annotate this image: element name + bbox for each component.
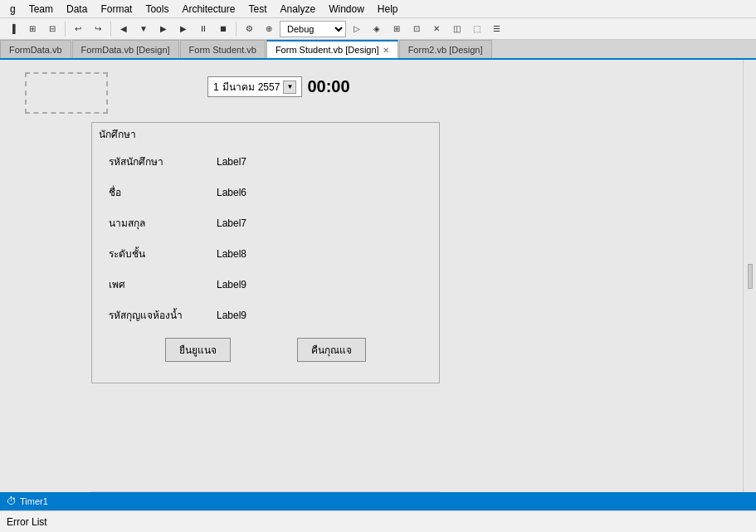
- status-bar: ⏱ Timer1: [0, 492, 756, 510]
- student-form-panel: นักศึกษา รหัสนักศึกษา Label7 ชื่อ Label6…: [91, 122, 440, 383]
- form-row-level: ระดับชั้น Label8: [109, 246, 422, 261]
- value-student-id: Label7: [217, 156, 246, 168]
- right-panel: [743, 60, 756, 492]
- undo-button[interactable]: ↩: [69, 21, 87, 37]
- toolbar-btn-extra1[interactable]: ⚙: [240, 21, 258, 37]
- label-keycode: รหัสกุญแจห้องน้ำ: [109, 307, 217, 323]
- tab-strip: FormData.vb FormData.vb [Design] Form St…: [0, 40, 756, 60]
- toolbar-btn-extra8[interactable]: ◫: [447, 21, 466, 37]
- selection-box: [25, 72, 108, 114]
- menu-item-team[interactable]: Team: [22, 2, 60, 17]
- value-name: Label6: [217, 187, 246, 198]
- menu-item-g[interactable]: g: [3, 2, 22, 17]
- value-keycode: Label9: [217, 310, 246, 321]
- toolbar-btn-2[interactable]: ⊞: [23, 21, 41, 37]
- menu-bar: g Team Data Format Tools Architecture Te…: [0, 0, 756, 18]
- tab-formdata[interactable]: FormData.vb: [0, 40, 71, 58]
- date-day: 1: [213, 81, 219, 93]
- menu-item-help[interactable]: Help: [371, 2, 405, 17]
- value-lastname: Label7: [217, 217, 246, 229]
- toolbar-btn-extra5[interactable]: ⊞: [388, 21, 406, 37]
- label-level: ระดับชั้น: [109, 246, 217, 261]
- form-designer: 1 มีนาคม 2557 ▼ 00:00 นักศึกษา รหัสนักศึ…: [8, 68, 539, 492]
- button-row: ยืนยูแนจ คืนกุณแจ: [109, 338, 422, 370]
- tab-formstudent[interactable]: Form Student.vb: [180, 40, 266, 58]
- value-level: Label8: [217, 248, 246, 260]
- tab-form2-design[interactable]: Form2.vb [Design]: [399, 40, 492, 58]
- toolbar-btn-extra10[interactable]: ☰: [487, 21, 505, 37]
- date-year: 2557: [258, 81, 280, 93]
- confirm-button[interactable]: ยืนยูแนจ: [165, 338, 231, 362]
- menu-item-format[interactable]: Format: [94, 2, 139, 17]
- timer-icon: ⏱: [7, 495, 17, 507]
- tab-close-icon[interactable]: ✕: [383, 46, 389, 55]
- menu-item-window[interactable]: Window: [322, 2, 371, 17]
- toolbar-btn-extra9[interactable]: ⬚: [467, 21, 485, 37]
- toolbar-nav-btn3[interactable]: ▶: [154, 21, 173, 37]
- time-display: 00:00: [307, 77, 349, 96]
- toolbar-btn-extra4[interactable]: ◈: [368, 21, 386, 37]
- debug-select[interactable]: Debug: [280, 21, 346, 37]
- datetime-row: 1 มีนาคม 2557 ▼ 00:00: [207, 76, 350, 97]
- toolbar-stop-btn[interactable]: ⏹: [214, 21, 232, 37]
- panel-inner: รหัสนักศึกษา Label7 ชื่อ Label6 นามสกุล …: [92, 145, 439, 383]
- form-row-keycode: รหัสกุญแจห้องน้ำ Label9: [109, 307, 422, 323]
- date-display: 1 มีนาคม 2557 ▼: [207, 76, 302, 97]
- horizontal-scrollbar[interactable]: [91, 491, 440, 492]
- date-dropdown-button[interactable]: ▼: [283, 81, 296, 94]
- menu-item-tools[interactable]: Tools: [139, 2, 175, 17]
- form-row-student-id: รหัสนักศึกษา Label7: [109, 154, 422, 169]
- toolbar-btn-1[interactable]: ▐: [3, 21, 22, 37]
- label-lastname: นามสกุล: [109, 215, 217, 231]
- form-row-lastname: นามสกุล Label7: [109, 215, 422, 231]
- error-panel: Error List: [0, 510, 756, 532]
- panel-title: นักศึกษา: [92, 123, 439, 145]
- cancel-button[interactable]: คืนกุณแจ: [297, 338, 366, 362]
- timer-label: Timer1: [20, 496, 48, 506]
- toolbar-btn-extra7[interactable]: ✕: [427, 21, 446, 37]
- toolbar-btn-3[interactable]: ⊟: [43, 21, 61, 37]
- menu-item-analyze[interactable]: Analyze: [273, 2, 322, 17]
- form-row-name: ชื่อ Label6: [109, 184, 422, 200]
- menu-item-architecture[interactable]: Architecture: [175, 2, 241, 17]
- form-row-gender: เพศ Label9: [109, 276, 422, 292]
- toolbar-sep-1: [65, 22, 66, 37]
- splitter-handle[interactable]: [748, 264, 753, 289]
- toolbar-btn-extra6[interactable]: ⊡: [407, 21, 426, 37]
- toolbar-btn-extra2[interactable]: ⊕: [260, 21, 278, 37]
- main-area: 1 มีนาคม 2557 ▼ 00:00 นักศึกษา รหัสนักศึ…: [0, 60, 756, 492]
- date-month: มีนาคม: [222, 79, 255, 95]
- value-gender: Label9: [217, 279, 246, 290]
- label-gender: เพศ: [109, 276, 217, 292]
- label-student-id: รหัสนักศึกษา: [109, 154, 217, 169]
- toolbar-pause-btn[interactable]: ⏸: [194, 21, 212, 37]
- designer-area: 1 มีนาคม 2557 ▼ 00:00 นักศึกษา รหัสนักศึ…: [0, 60, 743, 492]
- toolbar-nav-btn[interactable]: ◀: [115, 21, 133, 37]
- tab-formdata-design[interactable]: FormData.vb [Design]: [72, 40, 179, 58]
- menu-item-data[interactable]: Data: [60, 2, 94, 17]
- redo-button[interactable]: ↪: [89, 21, 107, 37]
- toolbar-sep-2: [110, 22, 111, 37]
- toolbar-btn-extra3[interactable]: ▷: [348, 21, 366, 37]
- label-name: ชื่อ: [109, 184, 217, 200]
- toolbar-play-btn[interactable]: ▶: [174, 21, 193, 37]
- menu-item-test[interactable]: Test: [241, 2, 273, 17]
- toolbar: ▐ ⊞ ⊟ ↩ ↪ ◀ ▼ ▶ ▶ ⏸ ⏹ ⚙ ⊕ Debug ▷ ◈ ⊞ ⊡ …: [0, 18, 756, 40]
- toolbar-nav-btn2[interactable]: ▼: [134, 21, 153, 37]
- tab-formstudent-design[interactable]: Form Student.vb [Design] ✕: [266, 40, 398, 58]
- error-list-label: Error List: [7, 516, 47, 528]
- toolbar-sep-3: [236, 22, 237, 37]
